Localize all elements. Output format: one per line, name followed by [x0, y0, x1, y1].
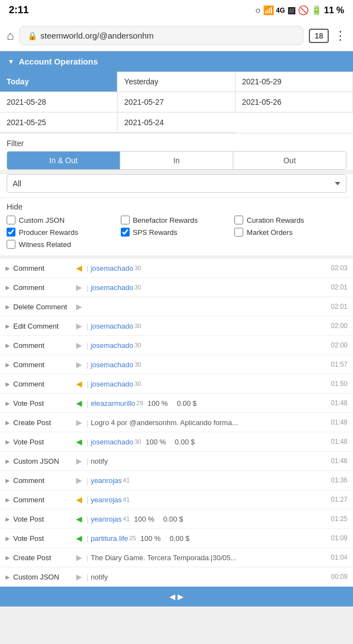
op-user[interactable]: yeanrojas [90, 476, 121, 485]
pagination-bar[interactable]: ◀ ▶ [0, 587, 353, 607]
home-icon[interactable]: ⌂ [7, 29, 14, 43]
op-separator: | [87, 418, 88, 427]
op-user-rep: 30 [135, 361, 141, 368]
op-type: Comment [13, 380, 74, 388]
op-user[interactable]: josemachado [90, 322, 133, 330]
op-type: Comment [13, 496, 74, 504]
hide-market-orders-checkbox[interactable] [234, 228, 243, 237]
arrow-right-icon: ▶ [76, 283, 82, 292]
date-2021-05-28[interactable]: 2021-05-28 [0, 92, 117, 112]
op-user[interactable]: josemachado [90, 341, 133, 350]
operation-row[interactable]: ▶ Vote Post ◀ | yeanrojas41 100 %0.00 $ … [0, 509, 353, 529]
op-amount: 0.00 $ [169, 534, 189, 543]
hide-benefactor-rewards-checkbox[interactable] [121, 216, 130, 224]
op-user[interactable]: josemachado [90, 361, 133, 369]
op-separator: | [87, 554, 88, 562]
date-2021-05-25[interactable]: 2021-05-25 [0, 112, 117, 133]
operation-row[interactable]: ▶ Delete Comment ▶ 02:01 [0, 297, 353, 316]
operation-row[interactable]: ▶ Vote Post ◀ | partitura.life25 100 %0.… [0, 529, 353, 548]
operations-list: ▶ Comment ◀ | josemachado30 02:03 ▶ Comm… [0, 259, 353, 587]
hide-witness-related-label: Witness Related [19, 240, 71, 249]
operation-row[interactable]: ▶ Vote Post ◀ | josemachado30 100 %0.00 … [0, 432, 353, 452]
operation-row[interactable]: ▶ Vote Post ◀ | eleazarmurillo29 100 %0.… [0, 394, 353, 413]
date-yesterday[interactable]: Yesterday [117, 72, 235, 92]
op-separator: | [87, 322, 88, 330]
op-user[interactable]: josemachado [90, 283, 133, 292]
op-time: 01:48 [328, 418, 347, 426]
op-expand-icon: ▶ [6, 555, 10, 561]
op-time: 00:09 [328, 573, 347, 581]
op-expand-icon: ▶ [6, 458, 10, 464]
hide-curation-rewards-checkbox[interactable] [234, 216, 243, 224]
hide-benefactor-rewards-label: Benefactor Rewards [133, 216, 198, 224]
arrow-right-icon: ▶ [76, 457, 82, 465]
op-time: 02:03 [328, 264, 347, 272]
hide-producer-rewards[interactable]: Producer Rewards [7, 228, 119, 237]
hide-market-orders[interactable]: Market Orders [234, 228, 346, 237]
operation-row[interactable]: ▶ Comment ▶ | josemachado30 02:01 [0, 278, 353, 297]
operation-row[interactable]: ▶ Create Post ▶ | The Diary Game. Tercer… [0, 548, 353, 567]
filter-tab-in-out[interactable]: In & Out [7, 152, 120, 169]
arrow-left-green-icon: ◀ [76, 437, 82, 446]
hide-sps-rewards-checkbox[interactable] [121, 228, 130, 237]
op-user-rep: 30 [135, 438, 141, 445]
arrow-left-green-icon: ◀ [76, 534, 82, 543]
op-type: Vote Post [13, 438, 74, 446]
hide-witness-related-checkbox[interactable] [7, 240, 15, 249]
op-type: Comment [13, 476, 74, 485]
op-user-rep: 30 [135, 323, 141, 329]
date-2021-05-24[interactable]: 2021-05-24 [117, 112, 235, 133]
operation-row[interactable]: ▶ Comment ▶ | josemachado30 02:00 [0, 336, 353, 355]
hide-benefactor-rewards[interactable]: Benefactor Rewards [121, 216, 233, 224]
filter-tabs: In & Out In Out [7, 151, 346, 170]
op-amount: 0.00 $ [163, 515, 183, 523]
operation-row[interactable]: ▶ Comment ▶ | yeanrojas41 01:36 [0, 471, 353, 490]
filter-tab-out[interactable]: Out [233, 152, 346, 169]
url-bar[interactable]: 🔒 steemworld.org/@andersonhm [19, 26, 303, 45]
operation-row[interactable]: ▶ Comment ◀ | yeanrojas41 01:27 [0, 490, 353, 509]
op-time: 01:09 [328, 534, 347, 542]
arrow-right-icon: ▶ [76, 302, 82, 311]
hide-producer-rewards-checkbox[interactable] [7, 228, 15, 237]
date-2021-05-26[interactable]: 2021-05-26 [236, 92, 353, 112]
operation-row[interactable]: ▶ Comment ◀ | josemachado30 02:03 [0, 259, 353, 278]
battery-percent: 11 % [324, 6, 344, 15]
hide-sps-rewards[interactable]: SPS Rewards [121, 228, 233, 237]
hide-witness-related[interactable]: Witness Related [7, 240, 119, 249]
operation-row[interactable]: ▶ Edit Comment ▶ | josemachado30 02:00 [0, 316, 353, 336]
arrow-right-icon: ▶ [76, 360, 82, 369]
date-2021-05-27[interactable]: 2021-05-27 [117, 92, 235, 112]
op-expand-icon: ▶ [6, 265, 10, 271]
date-2021-05-29[interactable]: 2021-05-29 [236, 72, 353, 92]
operation-row[interactable]: ▶ Create Post ▶ | Logro 4 por @andersonh… [0, 413, 353, 432]
arrow-right-icon: ▶ [76, 572, 82, 581]
op-user[interactable]: yeanrojas [90, 515, 121, 523]
arrow-right-icon: ▶ [76, 341, 82, 350]
op-user[interactable]: josemachado [90, 380, 133, 388]
browser-menu-icon[interactable]: ⋮ [334, 29, 346, 43]
hide-section: Hide Custom JSON Benefactor Rewards Cura… [0, 197, 353, 255]
op-expand-icon: ▶ [6, 381, 10, 387]
hide-custom-json-checkbox[interactable] [7, 216, 15, 224]
operation-row[interactable]: ▶ Comment ▶ | josemachado30 01:57 [0, 355, 353, 374]
op-user-rep: 30 [135, 342, 141, 348]
date-today[interactable]: Today [0, 72, 117, 92]
filter-tab-in[interactable]: In [120, 152, 233, 169]
op-user[interactable]: josemachado [90, 438, 133, 446]
op-detail: notify [90, 457, 328, 465]
operation-row[interactable]: ▶ Custom JSON ▶ | notify 00:09 [0, 567, 353, 587]
hide-curation-rewards[interactable]: Curation Rewards [234, 216, 346, 224]
hide-custom-json[interactable]: Custom JSON [7, 216, 119, 224]
op-user[interactable]: yeanrojas [90, 496, 121, 504]
filter-type-select[interactable]: All Comments Votes Transfers Custom JSON [7, 174, 346, 193]
op-separator: | [87, 438, 88, 446]
op-type: Comment [13, 341, 74, 350]
tab-badge[interactable]: 18 [309, 29, 329, 43]
account-ops-header[interactable]: ▼ Account Operations [0, 51, 353, 72]
operation-row[interactable]: ▶ Custom JSON ▶ | notify 01:46 [0, 452, 353, 471]
op-user[interactable]: josemachado [90, 264, 133, 272]
op-user[interactable]: eleazarmurillo [90, 399, 135, 407]
url-text: steemworld.org/@andersonhm [40, 31, 153, 40]
op-user[interactable]: partitura.life [90, 534, 128, 543]
operation-row[interactable]: ▶ Comment ◀ | josemachado30 01:50 [0, 374, 353, 394]
